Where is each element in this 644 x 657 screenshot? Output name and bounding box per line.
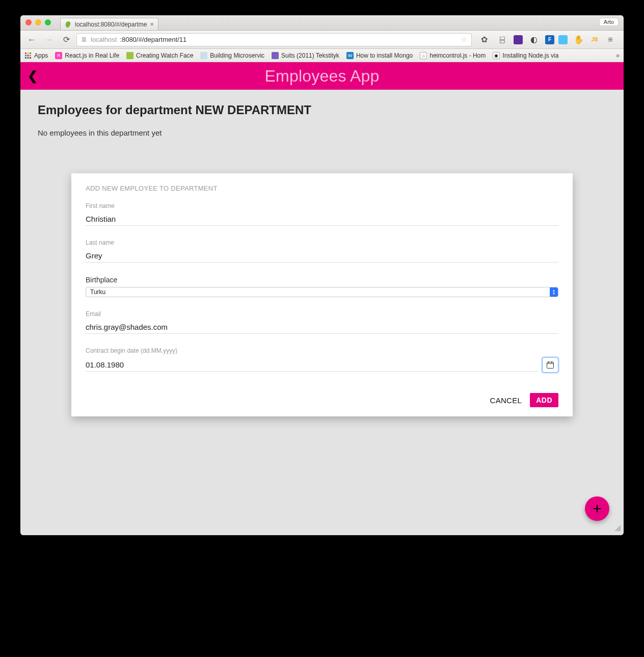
empty-state-text: No employees in this department yet — [38, 128, 606, 137]
bookmark-label: heimcontrol.js - Hom — [430, 52, 486, 59]
app-header: ❮ Employees App — [20, 62, 624, 90]
address-bar[interactable]: 🗎 localhost:8080/#/department/11 ☆ — [76, 33, 472, 46]
last-name-input[interactable] — [86, 249, 558, 262]
page-heading: Employees for department NEW DEPARTMENT — [38, 103, 606, 117]
bookmark-icon: R — [55, 52, 62, 59]
birthplace-label: Birthplace — [86, 276, 558, 284]
contract-date-input[interactable] — [86, 358, 538, 372]
svg-rect-0 — [25, 52, 26, 54]
first-name-input[interactable] — [86, 213, 558, 226]
maximize-window-button[interactable] — [45, 19, 51, 25]
svg-rect-9 — [547, 362, 554, 369]
close-window-button[interactable] — [25, 19, 32, 25]
page-body: Employees for department NEW DEPARTMENT … — [20, 90, 624, 150]
back-button[interactable]: ← — [24, 33, 39, 46]
bookmark-label: Creating Watch Face — [136, 52, 193, 59]
select-arrows-icon — [550, 287, 558, 297]
window-controls — [25, 19, 51, 25]
svg-rect-8 — [30, 57, 31, 59]
bookmark-icon — [126, 52, 133, 59]
browser-toolbar: ← → ⟳ 🗎 localhost:8080/#/department/11 ☆… — [20, 31, 624, 49]
email-label: Email — [86, 310, 558, 318]
last-name-field: Last name — [86, 239, 558, 262]
bookmark-overflow-icon[interactable]: » — [616, 52, 620, 59]
svg-rect-6 — [25, 57, 26, 59]
browser-tab[interactable]: localhost:8080/#/departme × — [60, 18, 158, 30]
url-path: :8080/#/department/11 — [120, 36, 186, 43]
birthplace-selected-value: Turku — [86, 288, 550, 296]
github-icon: ◉ — [493, 52, 500, 59]
svg-rect-3 — [25, 55, 26, 56]
leaf-icon — [65, 21, 72, 28]
calendar-button[interactable] — [542, 357, 558, 373]
minimize-window-button[interactable] — [35, 19, 41, 25]
plus-icon: + — [593, 500, 602, 517]
modal-title: ADD NEW EMPLOYEE TO DEPARTMENT — [79, 185, 558, 192]
bookmark-label: React.js in Real Life — [65, 52, 119, 59]
apps-grid-icon — [24, 52, 32, 59]
bookmark-item[interactable]: Building Microservic — [200, 52, 264, 59]
url-host: localhost — [91, 36, 117, 43]
svg-rect-7 — [28, 57, 29, 59]
bookmark-item[interactable]: ◉Installing Node.js via — [493, 52, 558, 59]
bookmark-label: How to install Mongo — [356, 52, 413, 59]
close-tab-icon[interactable]: × — [150, 20, 154, 28]
add-fab[interactable]: + — [585, 496, 609, 521]
bookmark-item[interactable]: RReact.js in Real Life — [55, 52, 119, 59]
calendar-icon — [546, 361, 554, 369]
reload-button[interactable]: ⟳ — [59, 33, 73, 46]
contract-date-field: Contract begin date (dd.MM.yyyy) — [86, 347, 558, 373]
modal-actions: CANCEL ADD — [86, 393, 558, 407]
profile-badge[interactable]: Arto — [599, 18, 619, 26]
cancel-button[interactable]: CANCEL — [490, 396, 522, 405]
hand-icon[interactable]: ✋ — [572, 33, 586, 46]
resize-grip-icon: ◢ — [614, 522, 621, 532]
svg-rect-5 — [30, 55, 31, 56]
add-employee-modal: ADD NEW EMPLOYEE TO DEPARTMENT First nam… — [71, 173, 573, 416]
bookmark-icon: W — [346, 52, 354, 59]
extension-icon[interactable]: JB — [590, 35, 599, 44]
bookmark-item[interactable]: Suits (2011) Tekstityk — [272, 52, 339, 59]
email-field: Email — [86, 310, 558, 334]
bookmark-label: Apps — [34, 52, 48, 59]
cast-icon[interactable]: ⌸ — [495, 33, 509, 46]
gear-icon[interactable]: ✿ — [477, 33, 491, 46]
menu-icon[interactable]: ≡ — [603, 33, 618, 46]
bookmark-item[interactable]: WHow to install Mongo — [346, 52, 413, 59]
extension-icon[interactable] — [558, 35, 568, 44]
bookmarks-bar: Apps RReact.js in Real Life Creating Wat… — [20, 49, 624, 62]
app-title: Employees App — [265, 67, 380, 86]
email-input[interactable] — [86, 321, 558, 334]
extension-icon[interactable]: F — [545, 35, 554, 44]
bookmark-icon — [200, 52, 207, 59]
bookmark-label: Installing Node.js via — [502, 52, 558, 59]
bookmark-label: Suits (2011) Tekstityk — [281, 52, 339, 59]
first-name-label: First name — [86, 202, 558, 209]
add-button[interactable]: ADD — [530, 393, 558, 407]
tab-strip: localhost:8080/#/departme × Arto — [20, 15, 624, 31]
contract-date-label: Contract begin date (dd.MM.yyyy) — [86, 347, 558, 354]
bookmark-item[interactable]: ⌂heimcontrol.js - Hom — [420, 52, 486, 59]
first-name-field: First name — [86, 202, 558, 226]
back-caret-icon[interactable]: ❮ — [28, 69, 38, 83]
page-icon: 🗎 — [81, 36, 88, 43]
birthplace-select[interactable]: Turku — [86, 287, 558, 297]
extension-icon[interactable] — [514, 35, 523, 44]
svg-rect-1 — [28, 52, 29, 54]
bookmark-icon — [272, 52, 279, 59]
svg-rect-4 — [28, 55, 29, 56]
extension-icon[interactable]: ◐ — [527, 33, 541, 46]
svg-rect-2 — [30, 52, 31, 54]
bookmark-label: Building Microservic — [210, 52, 264, 59]
bookmark-star-icon[interactable]: ☆ — [461, 36, 467, 43]
last-name-label: Last name — [86, 239, 558, 246]
home-icon: ⌂ — [420, 52, 427, 59]
app-viewport: ❮ Employees App Employees for department… — [20, 62, 624, 535]
extension-icons: ✿ ⌸ ◐ F ✋ JB ≡ — [475, 33, 620, 46]
tab-title: localhost:8080/#/departme — [75, 21, 147, 28]
browser-window: localhost:8080/#/departme × Arto ← → ⟳ 🗎… — [20, 15, 624, 535]
apps-shortcut[interactable]: Apps — [24, 52, 48, 59]
forward-button[interactable]: → — [42, 33, 56, 46]
birthplace-field: Birthplace Turku — [86, 276, 558, 297]
bookmark-item[interactable]: Creating Watch Face — [126, 52, 193, 59]
